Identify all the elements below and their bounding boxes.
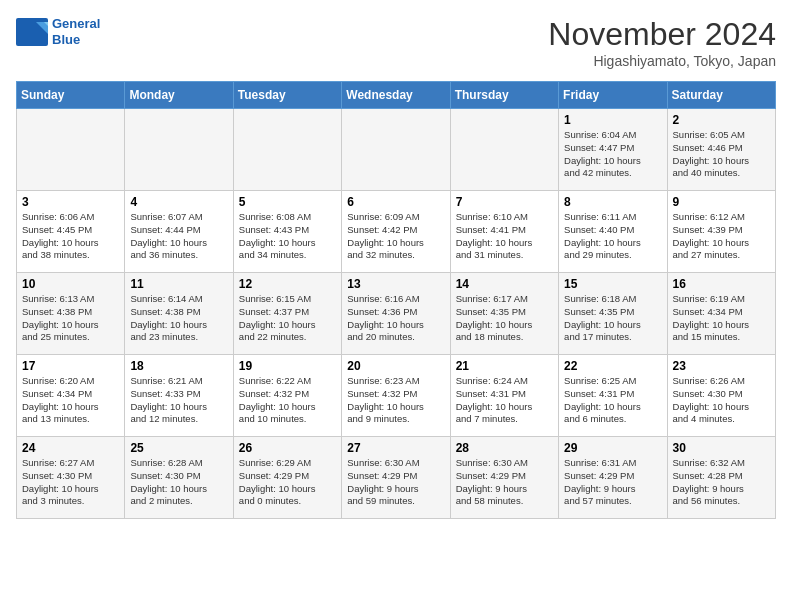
calendar-cell: 19Sunrise: 6:22 AMSunset: 4:32 PMDayligh…: [233, 355, 341, 437]
day-info: Sunrise: 6:23 AMSunset: 4:32 PMDaylight:…: [347, 375, 444, 426]
day-number: 13: [347, 277, 444, 291]
weekday-header-row: SundayMondayTuesdayWednesdayThursdayFrid…: [17, 82, 776, 109]
calendar-table: SundayMondayTuesdayWednesdayThursdayFrid…: [16, 81, 776, 519]
calendar-cell: 10Sunrise: 6:13 AMSunset: 4:38 PMDayligh…: [17, 273, 125, 355]
day-info: Sunrise: 6:16 AMSunset: 4:36 PMDaylight:…: [347, 293, 444, 344]
day-info: Sunrise: 6:29 AMSunset: 4:29 PMDaylight:…: [239, 457, 336, 508]
day-info: Sunrise: 6:15 AMSunset: 4:37 PMDaylight:…: [239, 293, 336, 344]
day-number: 9: [673, 195, 770, 209]
calendar-cell: 8Sunrise: 6:11 AMSunset: 4:40 PMDaylight…: [559, 191, 667, 273]
day-number: 25: [130, 441, 227, 455]
calendar-cell: 9Sunrise: 6:12 AMSunset: 4:39 PMDaylight…: [667, 191, 775, 273]
logo-icon: [16, 18, 48, 46]
calendar-week-row: 10Sunrise: 6:13 AMSunset: 4:38 PMDayligh…: [17, 273, 776, 355]
month-title: November 2024: [548, 16, 776, 53]
day-info: Sunrise: 6:17 AMSunset: 4:35 PMDaylight:…: [456, 293, 553, 344]
day-number: 26: [239, 441, 336, 455]
day-info: Sunrise: 6:28 AMSunset: 4:30 PMDaylight:…: [130, 457, 227, 508]
day-info: Sunrise: 6:32 AMSunset: 4:28 PMDaylight:…: [673, 457, 770, 508]
day-info: Sunrise: 6:26 AMSunset: 4:30 PMDaylight:…: [673, 375, 770, 426]
day-info: Sunrise: 6:12 AMSunset: 4:39 PMDaylight:…: [673, 211, 770, 262]
calendar-cell: [17, 109, 125, 191]
day-info: Sunrise: 6:25 AMSunset: 4:31 PMDaylight:…: [564, 375, 661, 426]
calendar-cell: 3Sunrise: 6:06 AMSunset: 4:45 PMDaylight…: [17, 191, 125, 273]
day-info: Sunrise: 6:06 AMSunset: 4:45 PMDaylight:…: [22, 211, 119, 262]
day-number: 24: [22, 441, 119, 455]
day-number: 28: [456, 441, 553, 455]
day-number: 14: [456, 277, 553, 291]
day-number: 11: [130, 277, 227, 291]
page-header: General Blue November 2024 Higashiyamato…: [16, 16, 776, 69]
calendar-cell: 1Sunrise: 6:04 AMSunset: 4:47 PMDaylight…: [559, 109, 667, 191]
day-number: 22: [564, 359, 661, 373]
day-info: Sunrise: 6:19 AMSunset: 4:34 PMDaylight:…: [673, 293, 770, 344]
calendar-cell: 24Sunrise: 6:27 AMSunset: 4:30 PMDayligh…: [17, 437, 125, 519]
calendar-cell: 17Sunrise: 6:20 AMSunset: 4:34 PMDayligh…: [17, 355, 125, 437]
weekday-header: Tuesday: [233, 82, 341, 109]
day-number: 16: [673, 277, 770, 291]
calendar-cell: 6Sunrise: 6:09 AMSunset: 4:42 PMDaylight…: [342, 191, 450, 273]
day-info: Sunrise: 6:11 AMSunset: 4:40 PMDaylight:…: [564, 211, 661, 262]
calendar-cell: 21Sunrise: 6:24 AMSunset: 4:31 PMDayligh…: [450, 355, 558, 437]
day-info: Sunrise: 6:07 AMSunset: 4:44 PMDaylight:…: [130, 211, 227, 262]
day-info: Sunrise: 6:13 AMSunset: 4:38 PMDaylight:…: [22, 293, 119, 344]
day-info: Sunrise: 6:31 AMSunset: 4:29 PMDaylight:…: [564, 457, 661, 508]
calendar-cell: 16Sunrise: 6:19 AMSunset: 4:34 PMDayligh…: [667, 273, 775, 355]
day-number: 20: [347, 359, 444, 373]
day-number: 27: [347, 441, 444, 455]
day-info: Sunrise: 6:21 AMSunset: 4:33 PMDaylight:…: [130, 375, 227, 426]
calendar-cell: 20Sunrise: 6:23 AMSunset: 4:32 PMDayligh…: [342, 355, 450, 437]
calendar-cell: 11Sunrise: 6:14 AMSunset: 4:38 PMDayligh…: [125, 273, 233, 355]
day-info: Sunrise: 6:18 AMSunset: 4:35 PMDaylight:…: [564, 293, 661, 344]
calendar-week-row: 24Sunrise: 6:27 AMSunset: 4:30 PMDayligh…: [17, 437, 776, 519]
day-number: 23: [673, 359, 770, 373]
calendar-cell: 15Sunrise: 6:18 AMSunset: 4:35 PMDayligh…: [559, 273, 667, 355]
day-info: Sunrise: 6:27 AMSunset: 4:30 PMDaylight:…: [22, 457, 119, 508]
weekday-header: Sunday: [17, 82, 125, 109]
calendar-cell: [342, 109, 450, 191]
day-number: 7: [456, 195, 553, 209]
calendar-cell: [125, 109, 233, 191]
day-info: Sunrise: 6:04 AMSunset: 4:47 PMDaylight:…: [564, 129, 661, 180]
calendar-week-row: 17Sunrise: 6:20 AMSunset: 4:34 PMDayligh…: [17, 355, 776, 437]
calendar-cell: 12Sunrise: 6:15 AMSunset: 4:37 PMDayligh…: [233, 273, 341, 355]
calendar-cell: 29Sunrise: 6:31 AMSunset: 4:29 PMDayligh…: [559, 437, 667, 519]
day-info: Sunrise: 6:22 AMSunset: 4:32 PMDaylight:…: [239, 375, 336, 426]
day-number: 30: [673, 441, 770, 455]
calendar-cell: 7Sunrise: 6:10 AMSunset: 4:41 PMDaylight…: [450, 191, 558, 273]
day-info: Sunrise: 6:08 AMSunset: 4:43 PMDaylight:…: [239, 211, 336, 262]
calendar-cell: 26Sunrise: 6:29 AMSunset: 4:29 PMDayligh…: [233, 437, 341, 519]
day-number: 10: [22, 277, 119, 291]
day-number: 8: [564, 195, 661, 209]
calendar-week-row: 1Sunrise: 6:04 AMSunset: 4:47 PMDaylight…: [17, 109, 776, 191]
day-number: 17: [22, 359, 119, 373]
calendar-cell: 22Sunrise: 6:25 AMSunset: 4:31 PMDayligh…: [559, 355, 667, 437]
calendar-cell: 27Sunrise: 6:30 AMSunset: 4:29 PMDayligh…: [342, 437, 450, 519]
day-number: 12: [239, 277, 336, 291]
location: Higashiyamato, Tokyo, Japan: [548, 53, 776, 69]
day-number: 4: [130, 195, 227, 209]
weekday-header: Saturday: [667, 82, 775, 109]
weekday-header: Friday: [559, 82, 667, 109]
day-info: Sunrise: 6:09 AMSunset: 4:42 PMDaylight:…: [347, 211, 444, 262]
day-info: Sunrise: 6:30 AMSunset: 4:29 PMDaylight:…: [456, 457, 553, 508]
calendar-cell: 4Sunrise: 6:07 AMSunset: 4:44 PMDaylight…: [125, 191, 233, 273]
day-number: 15: [564, 277, 661, 291]
day-number: 19: [239, 359, 336, 373]
day-number: 3: [22, 195, 119, 209]
day-info: Sunrise: 6:30 AMSunset: 4:29 PMDaylight:…: [347, 457, 444, 508]
day-info: Sunrise: 6:14 AMSunset: 4:38 PMDaylight:…: [130, 293, 227, 344]
day-info: Sunrise: 6:10 AMSunset: 4:41 PMDaylight:…: [456, 211, 553, 262]
calendar-cell: 23Sunrise: 6:26 AMSunset: 4:30 PMDayligh…: [667, 355, 775, 437]
day-number: 2: [673, 113, 770, 127]
calendar-cell: 25Sunrise: 6:28 AMSunset: 4:30 PMDayligh…: [125, 437, 233, 519]
logo: General Blue: [16, 16, 100, 47]
logo-text: General Blue: [52, 16, 100, 47]
title-block: November 2024 Higashiyamato, Tokyo, Japa…: [548, 16, 776, 69]
day-number: 1: [564, 113, 661, 127]
calendar-cell: 5Sunrise: 6:08 AMSunset: 4:43 PMDaylight…: [233, 191, 341, 273]
weekday-header: Wednesday: [342, 82, 450, 109]
calendar-cell: 14Sunrise: 6:17 AMSunset: 4:35 PMDayligh…: [450, 273, 558, 355]
day-number: 5: [239, 195, 336, 209]
day-info: Sunrise: 6:05 AMSunset: 4:46 PMDaylight:…: [673, 129, 770, 180]
